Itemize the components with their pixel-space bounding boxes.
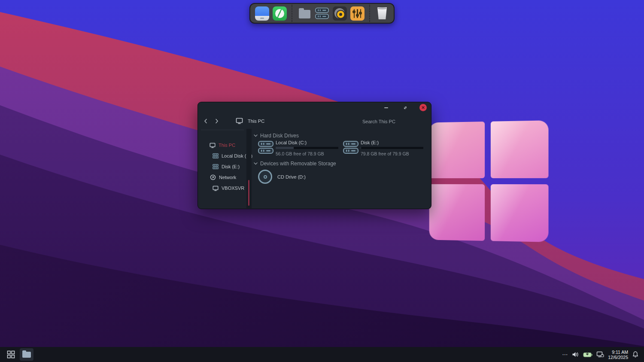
clock[interactable]: 9:11 AM 12/6/2025: [608, 350, 628, 360]
explorer-content: Hard Disk Drives Local Disk (C:) 56.0 GB…: [253, 129, 431, 209]
tray-overflow-button[interactable]: ⋯: [562, 351, 568, 358]
back-button[interactable]: [200, 116, 211, 126]
drive-usage-bar: [361, 147, 423, 149]
forward-chevron-icon: [215, 119, 219, 124]
window-controls: ✕: [381, 104, 427, 111]
taskbar: ⋯ 9:11 AM 12/6/2025: [0, 347, 644, 362]
sidebar-scrollbar-thumb[interactable]: [248, 180, 249, 206]
start-grid-icon: [7, 350, 15, 359]
sidebar-divider: [201, 130, 244, 130]
sidebar-item-this-pc[interactable]: This PC: [210, 140, 235, 150]
dock-separator: [292, 5, 292, 22]
titlebar[interactable]: ✕: [198, 102, 431, 113]
windows-logo: [429, 120, 549, 242]
sidebar: This PC Local Disk (C:): [198, 129, 246, 209]
drive-free-space: 56.0 GB free of 78.9 GB: [276, 151, 324, 156]
computer-icon: [255, 6, 269, 21]
volume-icon[interactable]: [572, 351, 579, 358]
clock-time: 9:11 AM: [608, 350, 628, 355]
drive-tile-disk-e[interactable]: Disk (E:) 79.8 GB free of 79.9 GB: [343, 140, 425, 157]
monitor-icon: [213, 186, 219, 191]
drive-icon: [213, 164, 219, 169]
restore-icon: [403, 105, 408, 110]
sidebar-item-label: This PC: [219, 143, 235, 148]
chevron-down-icon: [254, 162, 258, 165]
section-title: Devices with Removable Storage: [260, 161, 336, 167]
file-explorer-window: ✕ This PC: [197, 102, 431, 209]
close-icon: ✕: [421, 105, 425, 110]
section-title: Hard Disk Drives: [260, 133, 299, 139]
drive-free-space: 79.8 GB free of 79.9 GB: [361, 151, 409, 156]
sidebar-scrollbar-track[interactable]: [246, 129, 252, 208]
minimize-icon: [384, 107, 388, 108]
drive-label: Disk (E:): [361, 140, 379, 145]
taskbar-item-file-explorer[interactable]: [20, 348, 33, 361]
explorer-toolbar: This PC: [198, 113, 431, 129]
clock-date: 12/6/2025: [608, 355, 628, 360]
start-button[interactable]: [5, 349, 16, 360]
sidebar-item-vboxsvr[interactable]: VBOXSVR: [213, 183, 244, 193]
drive-usage-fill: [276, 147, 294, 149]
location-title: This PC: [248, 119, 264, 124]
drive-tile-local-disk-c[interactable]: Local Disk (C:) 56.0 GB free of 78.9 GB: [258, 140, 340, 157]
dock-separator: [369, 5, 370, 22]
windows-logo-pane: [491, 184, 549, 242]
sidebar-item-label: VBOXSVR: [222, 186, 244, 191]
dock-item-mixer[interactable]: [349, 6, 365, 21]
section-header-hard-disks[interactable]: Hard Disk Drives: [254, 133, 299, 139]
dock-item-disks[interactable]: [314, 6, 330, 21]
restore-button[interactable]: [400, 104, 410, 111]
drive-icon: [258, 141, 273, 154]
drive-usage-bar: [276, 147, 338, 149]
this-pc-monitor-icon: [236, 118, 243, 124]
network-icon: [210, 174, 216, 180]
back-chevron-icon: [204, 119, 207, 124]
web-browser-icon: [273, 6, 287, 21]
drive-icon: [343, 141, 358, 154]
drive-icon: [213, 153, 219, 158]
trash-icon: [377, 7, 388, 19]
windows-logo-pane: [429, 122, 485, 178]
close-button[interactable]: ✕: [419, 104, 427, 111]
notifications-bell-icon[interactable]: [632, 351, 639, 358]
dock-item-trash[interactable]: [374, 6, 390, 21]
drive-tile-cd-d[interactable]: CD Drive (D:): [258, 170, 306, 184]
dock-item-computer[interactable]: [254, 6, 270, 21]
windows-logo-pane: [491, 120, 549, 178]
dock-item-file-manager[interactable]: [297, 6, 312, 21]
windows-logo-pane: [429, 184, 485, 241]
search-box: [362, 117, 428, 125]
drive-label: Local Disk (C:): [276, 140, 307, 145]
sidebar-item-network[interactable]: Network: [210, 172, 236, 183]
desktop: ✕ This PC: [0, 0, 644, 362]
section-header-removable[interactable]: Devices with Removable Storage: [254, 161, 336, 167]
network-icon[interactable]: [596, 351, 604, 358]
battery-charging-icon[interactable]: [583, 352, 592, 358]
mixer-icon: [350, 6, 365, 21]
speaker-icon: [333, 6, 347, 21]
sidebar-item-label: Disk (E:): [222, 164, 240, 169]
dock-item-browser[interactable]: [272, 6, 287, 21]
dock: [249, 3, 395, 24]
cd-drive-icon: [258, 170, 272, 184]
folder-icon: [22, 352, 31, 358]
sidebar-item-disk-e[interactable]: Disk (E:): [213, 161, 240, 172]
folder-icon: [299, 10, 310, 18]
system-tray: ⋯ 9:11 AM 12/6/2025: [562, 350, 644, 360]
forward-button[interactable]: [212, 116, 222, 126]
drive-label: CD Drive (D:): [277, 174, 306, 179]
dock-item-speaker[interactable]: [332, 6, 347, 21]
disks-icon: [315, 7, 329, 19]
sidebar-item-label: Network: [219, 175, 236, 180]
search-input[interactable]: [362, 119, 428, 124]
monitor-icon: [210, 143, 216, 148]
minimize-button[interactable]: [381, 104, 391, 111]
chevron-down-icon: [254, 134, 258, 137]
